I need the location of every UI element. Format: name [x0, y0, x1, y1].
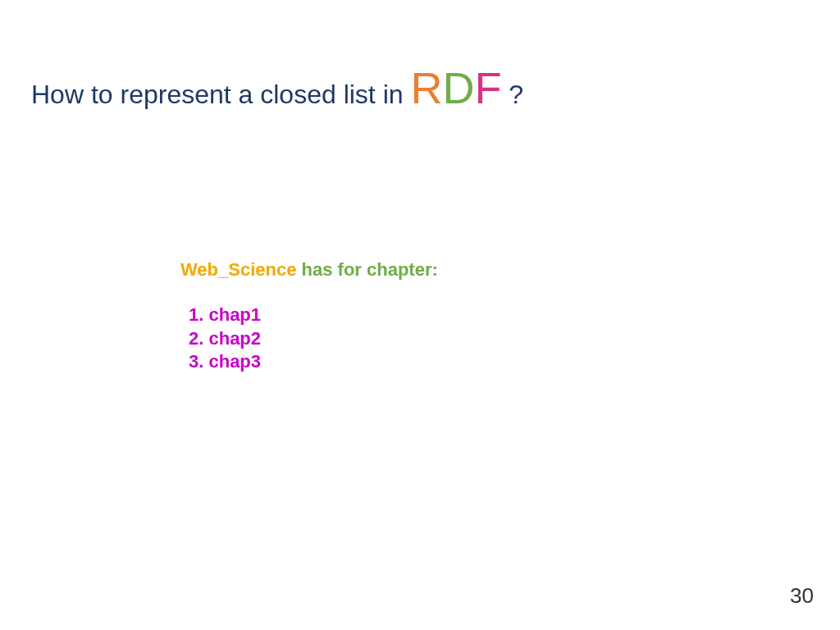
statement-line: Web_Science has for chapter: [180, 259, 438, 281]
statement-subject: Web_Science [180, 259, 296, 280]
list-item: 3. chap3 [189, 350, 438, 374]
rdf-letter-d: D [442, 63, 474, 112]
rdf-letter-f: F [474, 63, 501, 112]
chapter-list: 1. chap1 2. chap2 3. chap3 [180, 304, 438, 374]
rdf-letter-r: R [410, 63, 442, 112]
list-item: 2. chap2 [189, 327, 438, 351]
list-item: 1. chap1 [189, 304, 438, 327]
title-suffix: ? [501, 80, 523, 109]
title-prefix: How to represent a closed list in [31, 80, 410, 109]
statement-predicate: has for chapter: [296, 259, 437, 280]
page-number: 30 [790, 583, 814, 609]
slide-content: Web_Science has for chapter: 1. chap1 2.… [180, 259, 438, 374]
slide-title: How to represent a closed list in RDF ? [31, 62, 523, 113]
